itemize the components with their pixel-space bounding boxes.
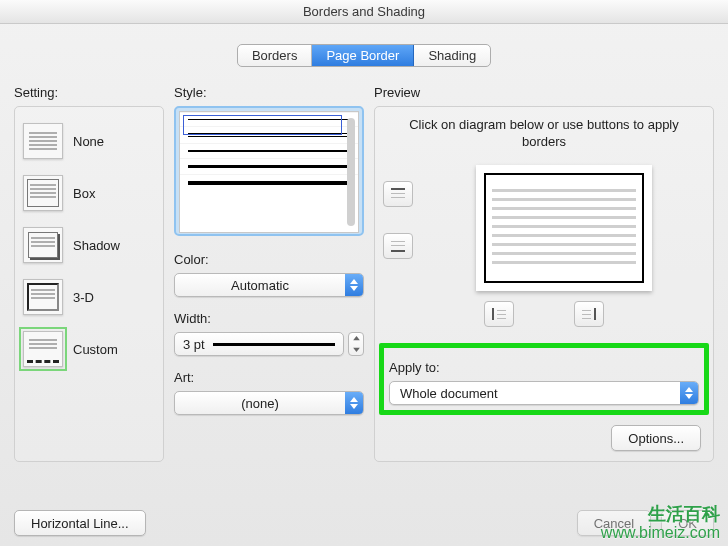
setting-item-label: None bbox=[73, 134, 104, 149]
tab-bar: Borders Page Border Shading bbox=[0, 44, 728, 67]
tab-borders[interactable]: Borders bbox=[238, 45, 313, 66]
svg-rect-19 bbox=[582, 318, 591, 319]
edge-left-button[interactable] bbox=[484, 301, 514, 327]
svg-rect-13 bbox=[497, 310, 506, 311]
svg-marker-5 bbox=[350, 404, 358, 409]
style-list[interactable] bbox=[174, 106, 364, 236]
svg-rect-15 bbox=[497, 318, 506, 319]
horizontal-line-button[interactable]: Horizontal Line... bbox=[14, 510, 146, 536]
setting-3d-icon bbox=[23, 279, 63, 315]
setting-shadow-icon bbox=[23, 227, 63, 263]
setting-custom[interactable]: Custom bbox=[21, 323, 157, 375]
setting-item-label: Box bbox=[73, 186, 95, 201]
svg-rect-10 bbox=[391, 245, 405, 246]
setting-shadow[interactable]: Shadow bbox=[21, 219, 157, 271]
svg-rect-9 bbox=[391, 241, 405, 242]
svg-marker-2 bbox=[353, 336, 360, 340]
dialog-footer: Horizontal Line... Cancel OK bbox=[14, 510, 714, 536]
svg-rect-14 bbox=[497, 314, 506, 315]
svg-rect-11 bbox=[391, 250, 405, 252]
preview-diagram[interactable] bbox=[476, 165, 652, 291]
width-sample-line bbox=[213, 343, 335, 346]
edge-right-button[interactable] bbox=[574, 301, 604, 327]
svg-marker-3 bbox=[353, 348, 360, 352]
apply-to-select[interactable]: Whole document bbox=[389, 381, 699, 405]
setting-box[interactable]: Box bbox=[21, 167, 157, 219]
window-title: Borders and Shading bbox=[0, 0, 728, 24]
setting-item-label: Shadow bbox=[73, 238, 120, 253]
width-stepper[interactable] bbox=[348, 332, 364, 356]
tab-page-border[interactable]: Page Border bbox=[312, 45, 414, 66]
svg-rect-12 bbox=[492, 308, 494, 320]
dropdown-stepper-icon bbox=[345, 392, 363, 414]
setting-box-icon bbox=[23, 175, 63, 211]
setting-panel: None Box Shadow 3-D bbox=[14, 106, 164, 462]
setting-item-label: 3-D bbox=[73, 290, 94, 305]
width-value: 3 pt bbox=[183, 337, 205, 352]
setting-item-label: Custom bbox=[73, 342, 118, 357]
apply-to-label: Apply to: bbox=[389, 360, 699, 375]
art-label: Art: bbox=[174, 370, 364, 385]
svg-rect-17 bbox=[582, 310, 591, 311]
dropdown-stepper-icon bbox=[680, 382, 698, 404]
apply-to-value: Whole document bbox=[390, 386, 680, 401]
edge-top-button[interactable] bbox=[383, 181, 413, 207]
svg-marker-20 bbox=[685, 387, 693, 392]
svg-rect-8 bbox=[391, 197, 405, 198]
color-select[interactable]: Automatic bbox=[174, 273, 364, 297]
svg-rect-18 bbox=[582, 314, 591, 315]
style-label: Style: bbox=[174, 85, 364, 100]
svg-rect-16 bbox=[594, 308, 596, 320]
preview-panel: Click on diagram below or use buttons to… bbox=[374, 106, 714, 462]
tab-shading[interactable]: Shading bbox=[414, 45, 490, 66]
width-select[interactable]: 3 pt bbox=[174, 332, 344, 356]
svg-rect-7 bbox=[391, 193, 405, 194]
setting-3d[interactable]: 3-D bbox=[21, 271, 157, 323]
svg-rect-6 bbox=[391, 188, 405, 190]
ok-button[interactable]: OK bbox=[661, 510, 714, 536]
edge-bottom-button[interactable] bbox=[383, 233, 413, 259]
options-button[interactable]: Options... bbox=[611, 425, 701, 451]
style-scrollbar[interactable] bbox=[347, 118, 355, 226]
dropdown-stepper-icon bbox=[345, 274, 363, 296]
preview-hint: Click on diagram below or use buttons to… bbox=[383, 117, 705, 151]
svg-marker-4 bbox=[350, 397, 358, 402]
art-select[interactable]: (none) bbox=[174, 391, 364, 415]
setting-custom-icon bbox=[23, 331, 63, 367]
color-value: Automatic bbox=[175, 278, 345, 293]
setting-label: Setting: bbox=[14, 85, 164, 100]
width-label: Width: bbox=[174, 311, 364, 326]
svg-marker-1 bbox=[350, 286, 358, 291]
color-label: Color: bbox=[174, 252, 364, 267]
preview-label: Preview bbox=[374, 85, 714, 100]
cancel-button[interactable]: Cancel bbox=[577, 510, 651, 536]
svg-marker-0 bbox=[350, 279, 358, 284]
art-value: (none) bbox=[175, 396, 345, 411]
svg-marker-21 bbox=[685, 394, 693, 399]
setting-none[interactable]: None bbox=[21, 115, 157, 167]
setting-none-icon bbox=[23, 123, 63, 159]
